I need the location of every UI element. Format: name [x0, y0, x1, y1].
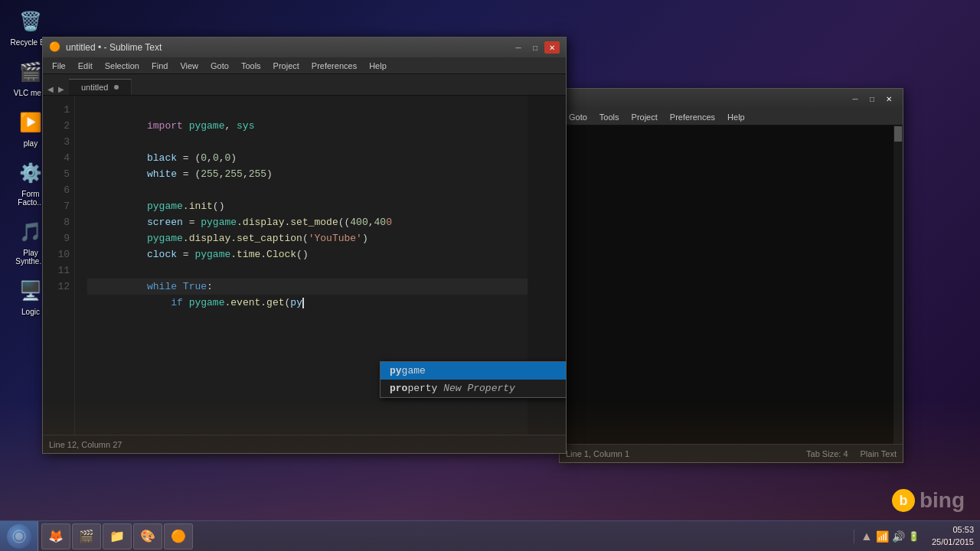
window2-scrollbar[interactable]: [893, 126, 903, 444]
menu-file[interactable]: File: [46, 60, 72, 72]
taskbar-files[interactable]: 📁: [103, 523, 132, 549]
status-position: Line 12, Column 27: [49, 440, 122, 449]
menu-tools-2[interactable]: Tools: [593, 111, 626, 123]
date: 25/01/2015: [932, 536, 974, 548]
tab-modified-indicator: [114, 85, 119, 90]
vlc-taskbar-icon: 🎬: [79, 529, 94, 544]
network-icon: 📶: [876, 530, 889, 543]
window2-titlebar: ─ □ ✕: [560, 89, 903, 109]
window2-scroll-thumb[interactable]: [894, 126, 902, 142]
sublime-app-icon: 🟠: [49, 41, 61, 54]
taskbar-firefox[interactable]: 🦊: [41, 523, 70, 549]
autocomplete-rest-2: perty: [407, 383, 437, 394]
sublime-window-main[interactable]: 🟠 untitled • - Sublime Text ─ □ ✕ File E…: [42, 37, 567, 454]
tray-arrow[interactable]: ▲: [861, 530, 873, 543]
autocomplete-item-property[interactable]: property New Property: [381, 380, 566, 397]
menu-edit[interactable]: Edit: [72, 60, 99, 72]
maximize-button[interactable]: □: [528, 41, 543, 54]
sublime-window-background[interactable]: ─ □ ✕ Goto Tools Project Preferences Hel…: [559, 88, 903, 463]
taskbar-sublime[interactable]: 🟠: [164, 523, 193, 549]
tab-untitled[interactable]: untitled: [69, 79, 132, 95]
window2-tab-size: Tab Size: 4: [806, 449, 848, 458]
time: 05:53: [932, 524, 974, 536]
files-icon: 📁: [109, 529, 125, 544]
menu-view[interactable]: View: [174, 60, 204, 72]
desktop: 🗑️ Recycle Bin 🎬 VLC me... ▶️ play ⚙️ Fo…: [0, 0, 980, 551]
window2-status-position: Line 1, Column 1: [566, 449, 629, 458]
menu-help-2[interactable]: Help: [721, 111, 751, 123]
autocomplete-dropdown[interactable]: pygame property New Property: [380, 361, 566, 398]
window2-menubar: Goto Tools Project Preferences Help: [560, 109, 903, 126]
taskbar: 🦊 🎬 📁 🎨 🟠 ▲ 📶 🔊 🔋 05:53 25/0: [0, 520, 980, 551]
taskbar-items: 🦊 🎬 📁 🎨 🟠: [38, 523, 854, 549]
menu-help[interactable]: Help: [363, 60, 393, 72]
menu-project[interactable]: Project: [267, 60, 305, 72]
window2-file-type: Plain Text: [861, 449, 897, 458]
main-menubar: File Edit Selection Find View Goto Tools…: [43, 57, 566, 74]
sublime-taskbar-icon: 🟠: [171, 529, 186, 544]
autocomplete-bold-2: pro: [390, 383, 407, 394]
close-button[interactable]: ✕: [544, 41, 560, 54]
menu-preferences[interactable]: Preferences: [305, 60, 363, 72]
menu-preferences-2[interactable]: Preferences: [664, 111, 721, 123]
line-numbers: 1 2 3 4 5 6 7 8 9 10 11 12: [43, 96, 75, 435]
autocomplete-bold-1: py: [390, 365, 402, 377]
window2-status-bar: Line 1, Column 1 Tab Size: 4 Plain Text: [560, 444, 903, 462]
tab-prev[interactable]: ◀: [46, 83, 55, 95]
svg-point-0: [13, 530, 25, 543]
start-button[interactable]: [0, 521, 38, 552]
status-bar: Line 12, Column 27: [43, 435, 566, 453]
svg-point-1: [15, 533, 23, 540]
menu-tools[interactable]: Tools: [235, 60, 267, 72]
code-line-3: black = (0,0,0): [87, 134, 528, 150]
main-window-controls[interactable]: ─ □ ✕: [511, 41, 560, 54]
main-title: untitled • - Sublime Text: [66, 42, 162, 53]
tab-label: untitled: [81, 83, 108, 92]
code-line-11: while True:: [87, 262, 528, 279]
code-line-1: import pygame, sys: [87, 102, 528, 118]
minimize-button-2[interactable]: ─: [848, 93, 863, 105]
taskbar-clock: 05:53 25/01/2015: [926, 524, 980, 548]
menu-goto[interactable]: Goto: [204, 60, 235, 72]
autocomplete-item-pygame[interactable]: pygame: [381, 362, 566, 380]
tab-navigation[interactable]: ◀ ▶: [46, 83, 66, 95]
menu-find[interactable]: Find: [145, 60, 174, 72]
volume-icon[interactable]: 🔊: [892, 530, 905, 543]
menu-project-2[interactable]: Project: [626, 111, 664, 123]
system-tray: ▲ 📶 🔊 🔋: [854, 530, 926, 543]
editor-tabs: ◀ ▶ untitled: [43, 74, 566, 96]
menu-selection[interactable]: Selection: [99, 60, 145, 72]
menu-goto-2[interactable]: Goto: [563, 111, 593, 123]
window2-editor: [560, 126, 903, 445]
taskbar-vlc[interactable]: 🎬: [72, 523, 101, 549]
minimize-button[interactable]: ─: [511, 41, 526, 54]
window2-controls[interactable]: ─ □ ✕: [848, 93, 897, 105]
bing-watermark: b bing: [892, 488, 965, 513]
code-line-6: pygame.init(): [87, 182, 528, 198]
battery-icon: 🔋: [908, 531, 920, 542]
taskbar-paint[interactable]: 🎨: [133, 523, 162, 549]
autocomplete-rest-1: game: [402, 365, 426, 377]
editor-area[interactable]: 1 2 3 4 5 6 7 8 9 10 11 12 import pygame…: [43, 96, 566, 435]
start-orb-icon: [7, 524, 31, 549]
firefox-icon: 🦊: [48, 529, 64, 544]
maximize-button-2[interactable]: □: [864, 93, 880, 105]
main-titlebar: 🟠 untitled • - Sublime Text ─ □ ✕: [43, 37, 566, 57]
tab-next[interactable]: ▶: [57, 83, 66, 95]
close-button-2[interactable]: ✕: [881, 93, 897, 105]
time-date-display: 05:53 25/01/2015: [932, 524, 974, 548]
paint-icon: 🎨: [140, 529, 155, 544]
bing-logo-icon: b: [892, 489, 915, 512]
bing-text: bing: [920, 488, 965, 513]
autocomplete-suffix-2: New Property: [437, 383, 514, 394]
